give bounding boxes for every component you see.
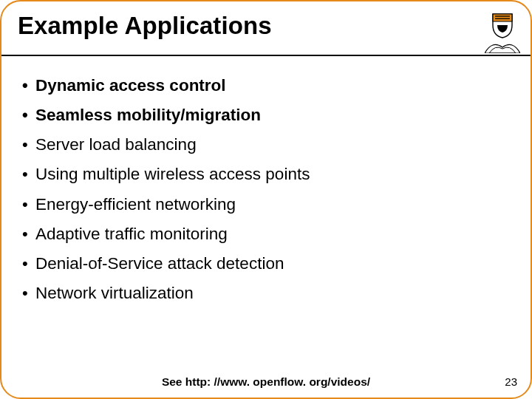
svg-rect-1 <box>495 18 510 19</box>
header-divider <box>1 55 531 56</box>
footer-note: See http: //www. openflow. org/videos/ <box>1 375 531 389</box>
list-item-text: Network virtualization <box>35 283 194 304</box>
bullet-icon: • <box>22 105 35 126</box>
svg-rect-0 <box>495 16 510 16</box>
page-number: 23 <box>505 375 517 388</box>
slide-container: Example Applications • Dynamic access co… <box>0 0 532 399</box>
slide-title: Example Applications <box>1 1 531 40</box>
bullet-list: • Dynamic access control • Seamless mobi… <box>1 56 531 304</box>
list-item: • Energy-efficient networking <box>22 194 507 215</box>
bullet-icon: • <box>22 134 35 155</box>
bullet-icon: • <box>22 75 35 96</box>
bullet-icon: • <box>22 224 35 245</box>
list-item: • Dynamic access control <box>22 75 507 96</box>
bullet-icon: • <box>22 253 35 274</box>
list-item-text: Server load balancing <box>35 134 197 155</box>
list-item: • Using multiple wireless access points <box>22 164 507 185</box>
slide-header: Example Applications <box>1 1 531 56</box>
list-item-text: Using multiple wireless access points <box>35 164 310 185</box>
list-item-text: Dynamic access control <box>35 75 226 96</box>
bullet-icon: • <box>22 283 35 304</box>
list-item-text: Energy-efficient networking <box>35 194 236 215</box>
list-item-text: Adaptive traffic monitoring <box>35 224 228 245</box>
list-item: • Denial-of-Service attack detection <box>22 253 507 274</box>
princeton-shield-logo-icon <box>485 10 520 53</box>
bullet-icon: • <box>22 194 35 215</box>
list-item: • Seamless mobility/migration <box>22 105 507 126</box>
list-item-text: Denial-of-Service attack detection <box>35 253 284 274</box>
bullet-icon: • <box>22 164 35 185</box>
list-item: • Network virtualization <box>22 283 507 304</box>
list-item: • Server load balancing <box>22 134 507 155</box>
list-item-text: Seamless mobility/migration <box>35 105 261 126</box>
list-item: • Adaptive traffic monitoring <box>22 224 507 245</box>
